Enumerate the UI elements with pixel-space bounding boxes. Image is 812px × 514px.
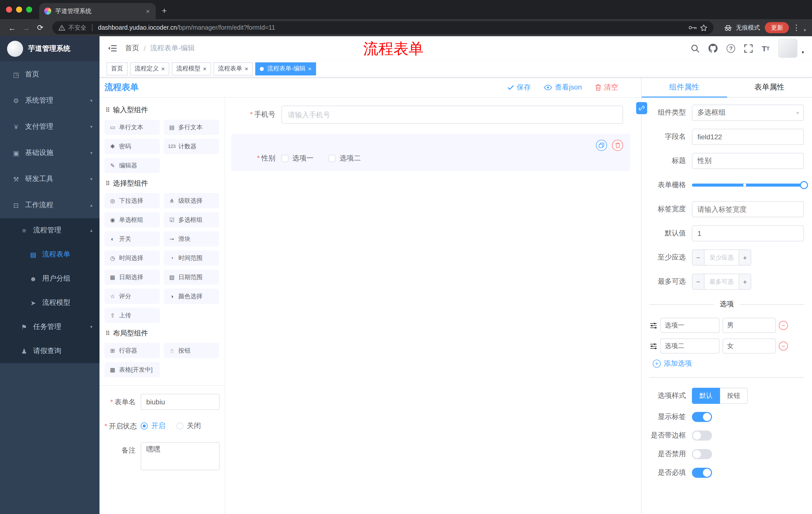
github-icon[interactable] (708, 44, 718, 53)
palette-item-time-picker[interactable]: ◷时间选择 (105, 250, 160, 266)
title-input[interactable] (692, 153, 804, 169)
gender-option1-checkbox[interactable]: 选项一 (281, 154, 314, 163)
palette-item-slider[interactable]: ⊸滑块 (164, 231, 219, 246)
copy-widget-button[interactable] (596, 140, 607, 151)
close-window-button[interactable] (6, 6, 12, 12)
close-icon[interactable]: × (161, 65, 165, 72)
sidebar-item-leave-query[interactable]: ♟ 请假查询 (0, 339, 99, 363)
avatar-caret-icon[interactable]: ▾ (802, 50, 804, 55)
view-json-button[interactable]: 查看json (544, 83, 582, 92)
sidebar-item-process-management[interactable]: ≡ 流程管理 ▴ (0, 218, 99, 242)
sidebar-item-process-model[interactable]: ➤ 流程模型 (0, 291, 99, 315)
grid-slider[interactable] (692, 177, 804, 193)
palette-item-table[interactable]: ▩表格[开发中] (105, 362, 160, 377)
palette-item-single-text[interactable]: ▭单行文本 (105, 120, 160, 135)
bookmark-star-icon[interactable] (700, 24, 708, 31)
palette-item-time-range[interactable]: ◔时间范围 (164, 250, 219, 266)
palette-item-date-picker[interactable]: ▦日期选择 (105, 270, 160, 285)
forward-icon[interactable]: → (19, 21, 33, 35)
form-remark-textarea[interactable]: 嘿嘿 (141, 442, 220, 470)
help-icon[interactable]: ? (727, 44, 735, 53)
tab-form-props[interactable]: 表单属性 (727, 77, 812, 97)
drag-handle-icon[interactable] (650, 322, 657, 329)
clear-button[interactable]: 清空 (595, 83, 618, 92)
user-avatar[interactable] (779, 39, 798, 58)
component-type-select[interactable] (692, 105, 804, 121)
minimize-window-button[interactable] (16, 6, 22, 12)
drag-handle-icon[interactable] (650, 343, 657, 349)
add-option-button[interactable]: + 添加选项 (653, 359, 804, 368)
sidebar-item-user-group[interactable]: ☻ 用户分组 (0, 267, 99, 291)
max-select-input[interactable] (704, 274, 738, 289)
palette-item-password[interactable]: ✱密码 (105, 139, 160, 154)
minus-icon[interactable]: − (692, 250, 704, 265)
url-omnibox[interactable]: 不安全 dashboard.yudao.iocoder.cn/bpm/manag… (52, 21, 714, 34)
palette-item-rate[interactable]: ☆评分 (105, 289, 160, 304)
close-icon[interactable]: × (203, 65, 206, 72)
palette-item-button[interactable]: ☝按钮 (164, 343, 219, 358)
option-value-input[interactable] (723, 339, 776, 354)
palette-item-editor[interactable]: ✎编辑器 (105, 158, 160, 173)
palette-item-upload[interactable]: ⇧上传 (105, 308, 160, 323)
palette-item-radio-group[interactable]: ◉单选框组 (105, 212, 160, 227)
tag-process-definition[interactable]: 流程定义 × (130, 62, 169, 75)
chevron-down-icon[interactable]: ▾ (804, 28, 807, 33)
sidebar-item-payment[interactable]: ¥ 支付管理 ▾ (0, 114, 99, 140)
show-label-toggle[interactable] (692, 412, 712, 422)
option-label-input[interactable] (660, 318, 720, 333)
palette-item-multi-text[interactable]: ▤多行文本 (164, 120, 219, 135)
password-key-icon[interactable] (689, 26, 697, 30)
disabled-toggle[interactable] (692, 449, 712, 459)
fullscreen-icon[interactable] (744, 44, 753, 53)
search-icon[interactable] (691, 44, 699, 53)
sidebar-item-devtools[interactable]: ⚒ 研发工具 ▾ (0, 166, 99, 192)
link-tag[interactable] (636, 102, 647, 114)
widget-phone[interactable]: 手机号 (231, 105, 630, 129)
palette-item-checkbox-group[interactable]: ☑多选框组 (164, 212, 219, 227)
new-tab-button[interactable]: + (156, 3, 173, 19)
reload-icon[interactable]: ⟳ (33, 21, 47, 35)
font-size-icon[interactable]: TT (762, 44, 770, 53)
minus-icon[interactable]: − (692, 274, 704, 289)
sidebar-item-process-form[interactable]: ▤ 流程表单 (0, 242, 99, 267)
sidebar-item-home[interactable]: ◳ 首页 (0, 61, 99, 87)
status-off-radio[interactable]: 关闭 (176, 422, 201, 431)
default-value-input[interactable] (692, 225, 804, 241)
option-label-input[interactable] (660, 339, 720, 354)
tag-home[interactable]: 首页 (107, 62, 127, 75)
status-on-radio[interactable]: 开启 (141, 422, 165, 431)
palette-item-cascader[interactable]: ⋔级联选择 (164, 193, 219, 208)
slider-handle[interactable] (800, 181, 808, 189)
browser-update-button[interactable]: 更新 (765, 22, 789, 33)
option-value-input[interactable] (723, 318, 776, 333)
back-icon[interactable]: ← (5, 21, 19, 35)
palette-item-switch[interactable]: ◐开关 (105, 231, 160, 246)
breadcrumb-home[interactable]: 首页 (125, 44, 139, 53)
label-width-input[interactable] (692, 201, 804, 217)
close-icon[interactable]: × (308, 65, 312, 72)
sidebar-item-system[interactable]: ⚙ 系统管理 ▾ (0, 87, 99, 114)
palette-item-counter[interactable]: 123计数器 (164, 139, 219, 154)
palette-item-color-picker[interactable]: ◑颜色选择 (164, 289, 219, 304)
plus-icon[interactable]: + (738, 250, 751, 265)
security-label[interactable]: 不安全 (68, 23, 86, 32)
form-name-input[interactable] (141, 394, 220, 410)
required-toggle[interactable] (692, 468, 712, 478)
border-toggle[interactable] (692, 431, 712, 440)
sidebar-item-workflow[interactable]: ⊡ 工作流程 ▴ (0, 192, 99, 218)
browser-menu-icon[interactable]: ⋮ (789, 23, 804, 32)
gender-option2-checkbox[interactable]: 选项二 (329, 154, 361, 163)
sidebar-item-infrastructure[interactable]: ▣ 基础设施 ▾ (0, 140, 99, 166)
browser-tab[interactable]: 芋道管理系统 × (39, 3, 156, 19)
style-button-button[interactable]: 按钮 (720, 388, 748, 404)
tag-process-form[interactable]: 流程表单 × (213, 62, 253, 75)
zoom-window-button[interactable] (26, 6, 32, 12)
widget-gender-selected[interactable]: 性别 选项一 选项二 (231, 134, 630, 171)
phone-input[interactable] (281, 106, 623, 124)
tag-process-model[interactable]: 流程模型 × (172, 62, 211, 75)
palette-item-date-range[interactable]: ▧日期范围 (164, 270, 219, 285)
save-button[interactable]: 保存 (508, 83, 531, 92)
close-icon[interactable]: × (245, 65, 248, 72)
min-select-input[interactable] (704, 250, 738, 265)
style-default-button[interactable]: 默认 (692, 388, 720, 404)
